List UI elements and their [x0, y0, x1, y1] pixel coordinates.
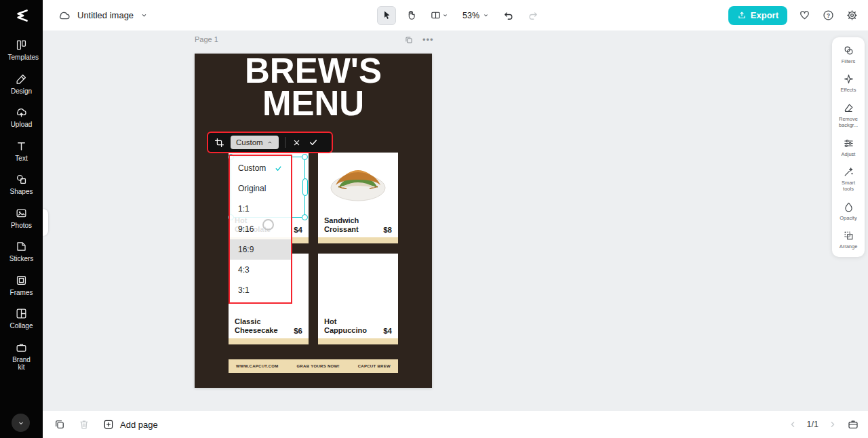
sidebar-item-label: Templates	[8, 54, 35, 62]
page-label: Page 1	[195, 35, 218, 43]
zoom-control[interactable]: 53%	[462, 11, 490, 20]
remove-background-icon	[843, 102, 854, 114]
effects-icon	[843, 73, 854, 85]
shapes-icon	[15, 173, 28, 186]
duplicate-page-icon[interactable]	[404, 35, 414, 45]
menu-item-name: Classic Cheesecake	[235, 317, 282, 335]
undo-button[interactable]	[499, 6, 518, 25]
toolbar-divider	[285, 137, 285, 148]
left-sidebar: Templates Design Upload Text Shapes Phot…	[0, 0, 43, 438]
ratio-option-original[interactable]: Original	[230, 178, 291, 199]
settings-gear-icon[interactable]	[846, 9, 859, 22]
ratio-option-16-9[interactable]: 16:9	[230, 239, 291, 260]
menu-title: BREW'S MENU	[195, 55, 432, 121]
crop-handle-top-right[interactable]	[302, 154, 308, 160]
bottombar-left: Add page	[54, 411, 158, 438]
selected-check-icon	[274, 164, 283, 173]
sidebar-item-text[interactable]: Text	[15, 140, 28, 163]
zoom-level: 53%	[462, 11, 479, 20]
design-icon	[15, 73, 28, 85]
ratio-option-1-1[interactable]: 1:1	[230, 199, 291, 219]
sidebar-item-label: Frames	[10, 289, 33, 297]
ratio-option-3-1[interactable]: 3:1	[230, 280, 291, 300]
tool-adjust[interactable]: Adjust	[833, 138, 863, 157]
sidebar-item-label: Stickers	[9, 255, 34, 263]
collage-icon	[15, 307, 28, 320]
topbar: Untitled image 53% Export ?	[43, 0, 868, 31]
sidebar-item-label: Text	[15, 155, 27, 163]
image-tools-panel: Filters Effects Remove backgr... Adjust …	[832, 37, 865, 257]
previous-page-icon[interactable]	[787, 419, 798, 430]
tool-arrange[interactable]: Arrange	[833, 230, 863, 250]
topbar-right: Export ?	[728, 0, 859, 31]
topbar-left: Untitled image	[58, 0, 149, 31]
sidebar-item-stickers[interactable]: Stickers	[9, 240, 34, 263]
export-label: Export	[751, 10, 778, 20]
tool-filters[interactable]: Filters	[833, 45, 863, 64]
sidebar-item-photos[interactable]: Photos	[11, 207, 32, 230]
add-page-label: Add page	[120, 420, 158, 430]
rotate-handle[interactable]	[262, 219, 274, 231]
opacity-icon	[843, 201, 854, 213]
add-page-button[interactable]: Add page	[102, 418, 158, 431]
templates-icon	[15, 39, 28, 52]
sidebar-panel-handle[interactable]	[43, 209, 48, 236]
sidebar-nav: Templates Design Upload Text Shapes Phot…	[0, 39, 43, 372]
ratio-option-9-16[interactable]: 9:16	[230, 219, 291, 239]
sidebar-item-upload[interactable]: Upload	[11, 106, 33, 129]
frames-icon	[15, 274, 28, 287]
duplicate-page-icon[interactable]	[54, 418, 66, 431]
feedback-icon[interactable]	[798, 9, 811, 22]
sidebar-item-templates[interactable]: Templates	[8, 39, 35, 62]
next-page-icon[interactable]	[827, 419, 838, 430]
menu-card-sandwich-croissant[interactable]: Sandwich Croissant $8	[318, 153, 398, 243]
select-tool-button[interactable]	[377, 6, 396, 25]
chevron-down-icon[interactable]	[140, 11, 149, 20]
ratio-option-4-3[interactable]: 4:3	[230, 260, 291, 280]
redo-button[interactable]	[524, 6, 542, 25]
menu-card-hot-cappuccino[interactable]: Hot Cappuccino $4	[318, 254, 398, 344]
tool-opacity[interactable]: Opacity	[833, 201, 863, 221]
undo-icon	[502, 9, 515, 22]
sidebar-item-design[interactable]: Design	[11, 73, 32, 96]
filters-icon	[843, 45, 854, 56]
more-options-icon[interactable]: •••	[422, 37, 434, 43]
sidebar-item-brand-kit[interactable]: Brand kit	[9, 341, 34, 372]
sidebar-item-shapes[interactable]: Shapes	[10, 173, 33, 196]
croissant-photo	[318, 153, 398, 216]
chevron-down-icon	[482, 12, 490, 19]
ratio-option-label: 1:1	[238, 204, 250, 214]
sidebar-item-frames[interactable]: Frames	[10, 274, 33, 297]
crop-handle-bottom-right[interactable]	[302, 214, 308, 220]
menu-title-line1: BREW'S	[195, 55, 432, 87]
help-icon[interactable]: ?	[822, 9, 835, 22]
sidebar-item-collage[interactable]: Collage	[10, 307, 33, 330]
sidebar-collapse-button[interactable]	[12, 414, 30, 432]
menu-item-name: Hot Cappuccino	[324, 317, 372, 335]
ratio-option-label: Original	[238, 184, 266, 193]
card-accent-strip	[229, 338, 309, 344]
cancel-crop-icon[interactable]	[292, 138, 302, 148]
text-icon	[15, 140, 28, 153]
tool-smart-tools[interactable]: Smart tools	[833, 166, 863, 193]
capcut-logo[interactable]	[0, 0, 43, 31]
resize-canvas-button[interactable]	[426, 6, 453, 25]
topbar-tools: 53%	[377, 0, 542, 31]
hand-tool-button[interactable]	[401, 6, 420, 25]
delete-page-icon[interactable]	[78, 418, 90, 431]
cloud-save-icon[interactable]	[58, 9, 71, 22]
crop-handle-right-middle[interactable]	[302, 178, 308, 196]
page-actions: •••	[404, 35, 434, 45]
ratio-dropdown-button[interactable]: Custom	[231, 136, 279, 149]
resource-box-icon[interactable]	[847, 418, 859, 431]
tool-remove-background[interactable]: Remove backgr...	[833, 102, 863, 129]
confirm-crop-icon[interactable]	[308, 137, 319, 148]
brand-kit-icon	[15, 341, 28, 354]
document-title[interactable]: Untitled image	[77, 10, 134, 20]
export-button[interactable]: Export	[728, 6, 787, 25]
ratio-option-label: 9:16	[238, 224, 254, 234]
tool-label: Opacity	[840, 215, 856, 221]
tool-effects[interactable]: Effects	[833, 73, 863, 93]
ratio-option-custom[interactable]: Custom	[230, 158, 291, 178]
menu-item-price: $4	[294, 226, 302, 234]
